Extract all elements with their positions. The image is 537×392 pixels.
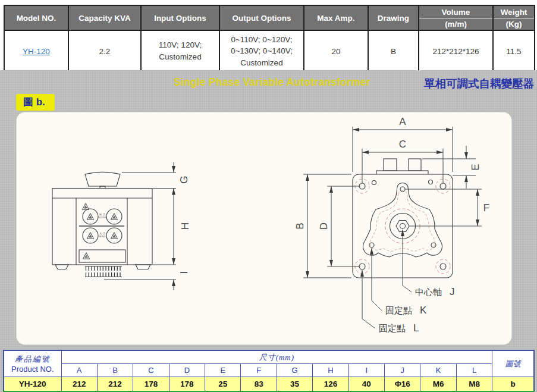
figure-no-header: 圖號 bbox=[492, 350, 534, 377]
value-e: 25 bbox=[205, 377, 241, 392]
col-header-l: L bbox=[456, 364, 492, 377]
model-link[interactable]: YH-120 bbox=[23, 47, 50, 56]
dim-label-h: H bbox=[180, 222, 191, 230]
model-cell: YH-120 bbox=[4, 30, 68, 72]
dim-label-a: A bbox=[399, 116, 406, 127]
page-title-en: Single Phase Variable Autotransformer bbox=[174, 76, 370, 89]
value-l: M8 bbox=[456, 377, 492, 392]
weight-cell: 11.5 bbox=[493, 30, 535, 72]
spec-header-weight-top: Weight bbox=[494, 7, 534, 18]
product-cell: YH-120 bbox=[4, 377, 61, 392]
spec-header-volume-top: Volume bbox=[419, 7, 492, 18]
dim-table-data-row: YH-120 212 212 178 178 25 83 35 126 40 Φ… bbox=[4, 377, 534, 392]
col-header-b: B bbox=[97, 364, 133, 377]
value-c: 178 bbox=[133, 377, 169, 392]
spec-header-volume-sub: (m/m) bbox=[419, 18, 492, 30]
value-a: 212 bbox=[61, 377, 97, 392]
leader-letter-l: L bbox=[413, 322, 419, 334]
panel-input-label-cn: 入 力 bbox=[99, 232, 105, 235]
value-g: 35 bbox=[277, 377, 312, 392]
dim-table-row-columns: A B C D E F G H I J K L bbox=[4, 364, 534, 377]
col-header-k: K bbox=[420, 364, 456, 377]
leader-fixing-l-label: 固定點 bbox=[379, 323, 406, 333]
col-header-j: J bbox=[385, 364, 420, 377]
spec-table: Model NO. Capacity KVA Input Options Out… bbox=[4, 5, 535, 73]
drawing-card: 出 力 OUT PUT 入 力 IN PUT bbox=[17, 112, 511, 344]
col-header-d: D bbox=[169, 364, 205, 377]
spec-data-row: YH-120 2.2 110V; 120V; Customized 0~110V… bbox=[4, 30, 535, 72]
col-header-f: F bbox=[241, 364, 277, 377]
col-header-e: E bbox=[205, 364, 241, 377]
dim-table-row-size: 產品編號 Product NO. 尺寸(mm) 圖號 bbox=[4, 350, 534, 364]
dim-label-i: I bbox=[178, 271, 190, 274]
foot bbox=[136, 265, 150, 269]
leader-letter-j: J bbox=[450, 286, 455, 297]
col-header-i: I bbox=[348, 364, 384, 377]
max-amp-cell: 20 bbox=[304, 30, 368, 72]
capacity-cell: 2.2 bbox=[68, 30, 141, 72]
spec-header-weight: Weight (Kg) bbox=[493, 5, 535, 30]
product-no-zh: 產品編號 bbox=[4, 354, 61, 365]
terminal-screw bbox=[409, 159, 421, 171]
leader-center-axis-label: 中心軸 bbox=[415, 287, 442, 297]
dim-label-b: B bbox=[294, 222, 306, 229]
front-view-drawing: 出 力 OUT PUT 入 力 IN PUT bbox=[52, 162, 191, 290]
col-header-a: A bbox=[61, 364, 97, 377]
leader-fixing-k-label: 固定點 bbox=[385, 305, 412, 315]
value-h: 126 bbox=[313, 377, 348, 392]
spec-header-capacity: Capacity KVA bbox=[68, 5, 141, 30]
vent-slots bbox=[85, 266, 122, 277]
page-title-zh: 單相可調式自耦變壓器 bbox=[424, 76, 534, 91]
spec-header-drawing: Drawing bbox=[368, 5, 419, 30]
value-k: M6 bbox=[420, 377, 456, 392]
product-no-en: Product NO. bbox=[4, 365, 61, 374]
value-j: Φ16 bbox=[385, 377, 420, 392]
top-view-drawing: A C E B D F bbox=[294, 116, 490, 334]
output-options-cell: 0~110V; 0~120V; 0~130V; 0~140V; Customiz… bbox=[219, 30, 304, 72]
panel-output-label-en: OUT PUT bbox=[98, 217, 107, 219]
foot bbox=[55, 265, 68, 269]
spec-header-input: Input Options bbox=[141, 5, 219, 30]
terminal-screw bbox=[384, 159, 397, 171]
dim-label-e: E bbox=[470, 164, 481, 170]
volume-cell: 212*212*126 bbox=[419, 30, 493, 72]
page: Model NO. Capacity KVA Input Options Out… bbox=[0, 0, 537, 392]
spec-header-row: Model NO. Capacity KVA Input Options Out… bbox=[4, 5, 535, 30]
size-header: 尺寸(mm) bbox=[61, 350, 492, 364]
col-header-c: C bbox=[133, 364, 169, 377]
value-f: 83 bbox=[241, 377, 277, 392]
spec-header-output: Output Options bbox=[219, 5, 304, 30]
panel-output-label-cn: 出 力 bbox=[99, 213, 105, 216]
value-d: 178 bbox=[169, 377, 205, 392]
leader-letter-k: K bbox=[420, 305, 427, 316]
dim-label-c: C bbox=[399, 139, 406, 150]
drawing-cell: B bbox=[368, 30, 419, 72]
spec-header-weight-sub: (Kg) bbox=[494, 18, 534, 30]
knob bbox=[85, 172, 120, 186]
product-no-header: 產品編號 Product NO. bbox=[4, 350, 61, 377]
dimension-table: 產品編號 Product NO. 尺寸(mm) 圖號 A B C D E F G… bbox=[3, 350, 535, 392]
spec-header-max-amp: Max Amp. bbox=[304, 5, 368, 30]
spec-header-volume: Volume (m/m) bbox=[419, 5, 493, 30]
dim-label-d: D bbox=[318, 222, 329, 230]
figure-label: 圖 b. bbox=[16, 94, 55, 111]
col-header-h: H bbox=[313, 364, 348, 377]
figure-cell: b bbox=[492, 377, 534, 392]
dim-label-g: G bbox=[178, 175, 190, 183]
dim-label-f: F bbox=[483, 202, 489, 214]
col-header-g: G bbox=[277, 364, 312, 377]
panel-input-label-en: IN PUT bbox=[99, 236, 105, 238]
spec-header-model: Model NO. bbox=[4, 5, 68, 30]
technical-drawing: 出 力 OUT PUT 入 力 IN PUT bbox=[17, 112, 511, 344]
value-i: 40 bbox=[348, 377, 384, 392]
value-b: 212 bbox=[97, 377, 133, 392]
input-options-cell: 110V; 120V; Customized bbox=[141, 30, 219, 72]
